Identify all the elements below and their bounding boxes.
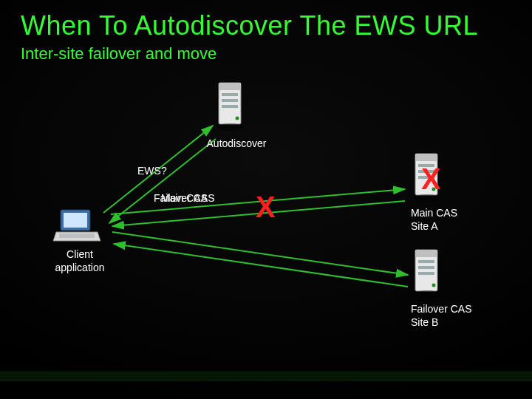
autodiscover-label: Autodiscover: [200, 137, 273, 151]
svg-rect-17: [415, 154, 437, 161]
slide-subtitle: Inter-site failover and move: [21, 44, 216, 64]
svg-point-14: [236, 117, 239, 120]
svg-rect-11: [222, 93, 238, 96]
svg-rect-12: [222, 99, 238, 102]
svg-line-4: [112, 232, 408, 275]
svg-rect-25: [418, 260, 434, 263]
fail-marker-center: X: [256, 191, 276, 224]
client-label: Client application: [52, 248, 108, 274]
svg-rect-7: [64, 213, 87, 228]
svg-point-29: [414, 290, 440, 298]
svg-point-28: [432, 284, 436, 287]
main-cas-reply-label: Main CAS: [161, 192, 208, 205]
svg-point-15: [217, 123, 244, 131]
svg-rect-10: [219, 83, 241, 90]
footer-decoration: [0, 371, 532, 381]
slide: When To Autodiscover The EWS URL Inter-s…: [0, 0, 532, 399]
fail-marker-main-cas: X: [421, 163, 441, 196]
svg-rect-26: [418, 266, 434, 269]
failover-cas-label: Failover CAS Site B: [411, 303, 471, 329]
ews-question-label: EWS?: [137, 165, 167, 178]
client-icon: [52, 207, 102, 248]
svg-line-1: [109, 139, 216, 223]
main-cas-label: Main CAS Site A: [411, 207, 457, 233]
svg-rect-13: [222, 105, 238, 108]
svg-rect-8: [59, 233, 95, 238]
failover-cas-icon: [409, 248, 446, 304]
svg-line-5: [114, 244, 408, 287]
svg-rect-27: [418, 272, 434, 275]
autodiscover-icon: [213, 81, 250, 137]
svg-rect-24: [415, 250, 437, 257]
slide-title: When To Autodiscover The EWS URL: [21, 10, 478, 41]
